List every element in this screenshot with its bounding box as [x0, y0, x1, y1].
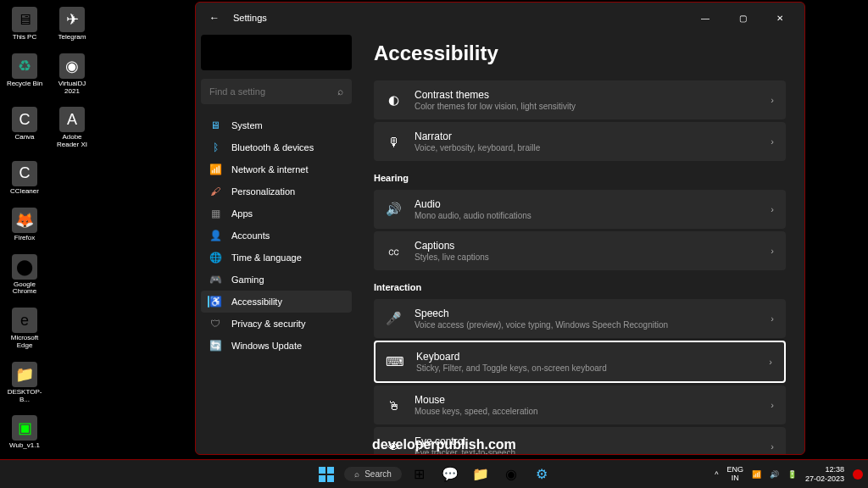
- setting-title: Mouse: [415, 394, 757, 406]
- tray-language-region: IN: [726, 474, 743, 483]
- chevron-right-icon: ›: [769, 357, 772, 367]
- taskbar-app-settings[interactable]: ⚙: [529, 462, 554, 487]
- system-icon: 🖥: [209, 119, 221, 131]
- desktop-icon-telegram[interactable]: ✈Telegram: [52, 7, 92, 42]
- windows-update-icon: 🔄: [209, 340, 221, 352]
- desktop-icon-firefox[interactable]: 🦊Firefox: [4, 208, 45, 242]
- accounts-icon: 👤: [209, 230, 221, 241]
- desktop-icon-adobe-reader-xi[interactable]: AAdobe Reader XI: [52, 107, 92, 149]
- setting-title: Speech: [415, 308, 757, 319]
- sidebar-item-label: Network & internet: [231, 164, 308, 175]
- sidebar-item-accounts[interactable]: 👤Accounts: [201, 225, 352, 247]
- tray-chevron[interactable]: ^: [715, 470, 718, 479]
- minimize-button[interactable]: —: [687, 6, 723, 30]
- icon-label: Adobe Reader XI: [52, 134, 92, 149]
- captions-icon: ㏄: [386, 243, 401, 259]
- sidebar-item-personalization[interactable]: 🖌Personalization: [201, 180, 352, 202]
- desktop-icon-wub-v1-1[interactable]: ▣Wub_v1.1: [4, 415, 45, 450]
- setting-desc: Sticky, Filter, and Toggle keys, on-scre…: [416, 363, 755, 373]
- page-title: Accessibility: [374, 42, 786, 65]
- setting-audio[interactable]: 🔊AudioMono audio, audio notifications›: [374, 190, 786, 229]
- taskbar-app-teams[interactable]: 💬: [437, 462, 463, 487]
- back-button[interactable]: ←: [203, 6, 226, 30]
- desktop-icon-desktop-b-[interactable]: 📁DESKTOP-B...: [4, 362, 45, 404]
- app-icon: e: [12, 308, 37, 333]
- tray-date: 27-02-2023: [805, 474, 844, 484]
- tray-battery-icon[interactable]: 🔋: [787, 470, 797, 479]
- sidebar-item-label: Personalization: [231, 186, 295, 197]
- section-label-interaction: Interaction: [374, 282, 786, 292]
- icon-label: Recycle Bin: [7, 80, 42, 88]
- tray-wifi-icon[interactable]: 📶: [752, 470, 761, 479]
- desktop-icon-ccleaner[interactable]: CCCleaner: [4, 161, 45, 196]
- setting-captions[interactable]: ㏄CaptionsStyles, live captions›: [374, 231, 786, 270]
- titlebar: ← Settings — ▢ ✕: [196, 3, 804, 33]
- desktop-icon-canva[interactable]: CCanva: [4, 107, 45, 149]
- setting-desc: Voice, verbosity, keyboard, braille: [415, 143, 757, 152]
- setting-text: KeyboardSticky, Filter, and Toggle keys,…: [416, 351, 755, 373]
- svg-rect-3: [327, 475, 334, 482]
- close-button[interactable]: ✕: [762, 6, 798, 30]
- desktop-icon-recycle-bin[interactable]: ♻Recycle Bin: [4, 53, 45, 96]
- setting-desc: Color themes for low vision, light sensi…: [415, 102, 757, 111]
- setting-title: Contrast themes: [415, 89, 757, 101]
- tray-volume-icon[interactable]: 🔊: [770, 470, 779, 479]
- search-icon: ⌕: [354, 469, 359, 479]
- setting-narrator[interactable]: 🎙NarratorVoice, verbosity, keyboard, bra…: [374, 122, 786, 161]
- privacy-icon: 🛡: [209, 318, 221, 330]
- maximize-button[interactable]: ▢: [725, 6, 760, 30]
- setting-text: NarratorVoice, verbosity, keyboard, brai…: [415, 130, 757, 152]
- setting-text: MouseMouse keys, speed, acceleration: [415, 394, 757, 416]
- gaming-icon: 🎮: [209, 274, 221, 286]
- keyboard-icon: ⌨: [387, 354, 403, 369]
- user-block[interactable]: [201, 35, 352, 70]
- app-icon: ⬤: [12, 254, 37, 280]
- sidebar-item-label: Gaming: [231, 274, 264, 285]
- sidebar-item-system[interactable]: 🖥System: [201, 114, 352, 136]
- tray-language[interactable]: ENG IN: [726, 466, 743, 483]
- setting-keyboard[interactable]: ⌨KeyboardSticky, Filter, and Toggle keys…: [374, 341, 786, 383]
- sidebar-item-windows-update[interactable]: 🔄Windows Update: [201, 335, 352, 357]
- sidebar-item-gaming[interactable]: 🎮Gaming: [201, 269, 352, 291]
- task-view-button[interactable]: ⊞: [407, 462, 432, 487]
- setting-speech[interactable]: 🎤SpeechVoice access (preview), voice typ…: [374, 299, 786, 338]
- narrator-icon: 🎙: [386, 135, 401, 149]
- icon-label: CCleaner: [10, 188, 39, 196]
- sidebar-item-privacy[interactable]: 🛡Privacy & security: [201, 313, 352, 335]
- setting-title: Narrator: [415, 130, 757, 142]
- personalization-icon: 🖌: [209, 186, 221, 197]
- taskbar-search[interactable]: ⌕Search: [344, 467, 402, 481]
- desktop-icon-virtualdj-2021[interactable]: ◉VirtualDJ 2021: [52, 53, 92, 96]
- sidebar-item-network[interactable]: 📶Network & internet: [201, 158, 352, 180]
- speech-icon: 🎤: [386, 311, 401, 326]
- icon-label: Telegram: [58, 34, 86, 42]
- window-controls: — ▢ ✕: [687, 6, 798, 30]
- taskbar-app-explorer[interactable]: 📁: [468, 462, 493, 487]
- mouse-icon: 🖱: [386, 398, 401, 413]
- accessibility-icon: ♿: [209, 296, 221, 308]
- setting-title: Keyboard: [416, 351, 755, 363]
- chevron-right-icon: ›: [771, 204, 774, 214]
- sidebar-item-time-language[interactable]: 🌐Time & language: [201, 247, 352, 269]
- svg-rect-0: [319, 467, 326, 474]
- desktop-icon-this-pc[interactable]: 🖥This PC: [4, 7, 45, 42]
- sidebar-item-bluetooth[interactable]: ᛒBluetooth & devices: [201, 136, 352, 158]
- setting-contrast-themes[interactable]: ◐Contrast themesColor themes for low vis…: [374, 80, 786, 119]
- search-box[interactable]: ⌕: [201, 79, 352, 104]
- taskbar-app-chrome[interactable]: ◉: [498, 462, 524, 487]
- sidebar-item-accessibility[interactable]: ♿Accessibility: [201, 291, 352, 313]
- setting-text: SpeechVoice access (preview), voice typi…: [415, 308, 757, 330]
- app-icon: ◉: [59, 53, 85, 79]
- start-button[interactable]: [314, 462, 339, 487]
- sidebar-item-label: Time & language: [231, 252, 302, 263]
- sidebar-item-apps[interactable]: ▦Apps: [201, 202, 352, 225]
- sidebar-item-label: Privacy & security: [231, 319, 305, 329]
- tray-clock[interactable]: 12:38 27-02-2023: [805, 465, 844, 484]
- desktop-icon-google-chrome[interactable]: ⬤Google Chrome: [4, 254, 45, 297]
- tray-notification-icon[interactable]: [853, 469, 863, 480]
- search-input[interactable]: [209, 86, 337, 97]
- desktop-icon-microsoft-edge[interactable]: eMicrosoft Edge: [4, 308, 45, 350]
- app-icon: A: [59, 107, 85, 132]
- setting-mouse[interactable]: 🖱MouseMouse keys, speed, acceleration›: [374, 385, 786, 424]
- chevron-right-icon: ›: [771, 313, 774, 324]
